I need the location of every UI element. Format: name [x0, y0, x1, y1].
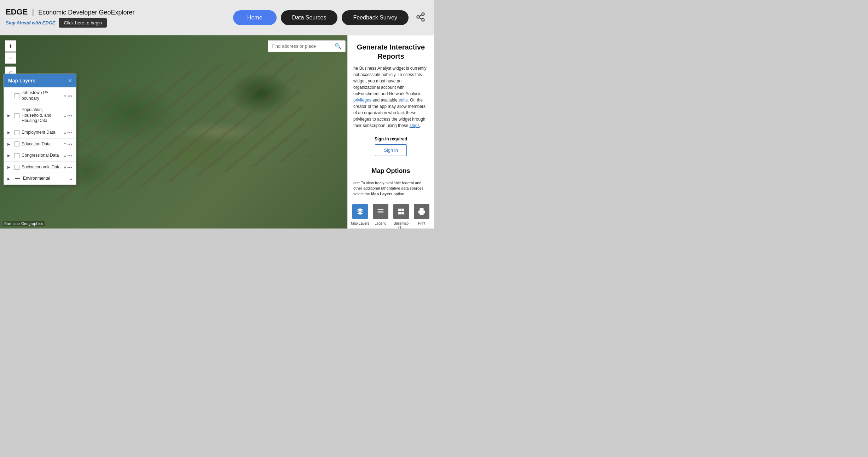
legend-icon	[373, 204, 388, 219]
layer-menu-icon[interactable]: ≡	[64, 154, 66, 158]
expand-arrow-icon[interactable]: ▶	[7, 114, 12, 117]
expand-arrow-icon[interactable]: ▶	[7, 142, 12, 146]
layer-label: Employment Data	[22, 130, 62, 135]
print-icon	[414, 204, 429, 219]
panel-title: Map Layers	[8, 78, 35, 83]
rp-link-credits[interactable]: edits	[399, 98, 407, 103]
layer-menu-icon[interactable]: ≡	[64, 94, 66, 98]
rp-link-privileges[interactable]: privileges	[353, 98, 371, 103]
app-header: EDGE | Economic Developer GeoExplorer St…	[0, 0, 434, 35]
svg-rect-7	[378, 213, 384, 213]
expand-arrow-icon[interactable]: ▶	[7, 177, 12, 181]
layer-label: Johnstown PA boundary	[22, 90, 62, 101]
list-item: ▶ Employment Data ≡ •••	[4, 127, 76, 139]
panel-close-button[interactable]: ×	[68, 77, 72, 84]
map-options-title: Map Options	[348, 162, 434, 180]
expand-arrow-icon[interactable]: ▶	[7, 154, 12, 157]
cta-button[interactable]: Click here to begin	[59, 18, 107, 28]
rp-body: he Business Analyst widget is currently …	[348, 65, 434, 133]
map-credit: Earthstar Geographics	[3, 221, 45, 226]
layer-label: Population, Household, and Housing Data	[22, 107, 62, 124]
search-button[interactable]: 🔍	[335, 43, 342, 50]
svg-line-4	[419, 15, 422, 17]
map-wrapper: Earthstar Geographics Powered by Esri + …	[0, 35, 434, 228]
panel-body: Johnstown PA boundary ≡ ••• ▶ Population…	[4, 87, 76, 185]
rp-text4: .	[419, 123, 421, 128]
svg-rect-5	[378, 209, 384, 210]
map-options-note: ote: To view freely available federal an…	[348, 180, 434, 201]
tagline-area: Stay Ahead with EDGE Click here to begin	[6, 18, 134, 28]
list-item: ▶ Environmental ≡	[4, 173, 76, 185]
rp-text2: and available	[371, 98, 399, 103]
print-label: Print	[418, 221, 426, 226]
map-layers-label: Map Layers	[351, 221, 369, 226]
layer-more-icon[interactable]: •••	[67, 114, 73, 118]
svg-rect-8	[398, 209, 401, 211]
list-item: ▶ Population, Household, and Housing Dat…	[4, 104, 76, 127]
share-button[interactable]	[413, 9, 428, 26]
layer-checkbox[interactable]	[15, 113, 19, 118]
svg-rect-11	[401, 212, 404, 214]
map-layers-panel: Map Layers × Johnstown PA boundary ≡ •••…	[4, 74, 76, 185]
nav-buttons: Home Data Sources Feedback Survey	[233, 9, 428, 26]
map-option-legend[interactable]: Legend	[371, 204, 390, 228]
map-option-basemap[interactable]: Basemap G...	[392, 204, 411, 228]
layer-checkbox[interactable]	[15, 141, 19, 146]
layer-more-icon[interactable]: •••	[67, 142, 73, 146]
layer-more-icon[interactable]: •••	[67, 154, 73, 158]
search-input[interactable]	[272, 44, 332, 49]
layer-label: Environmental	[23, 176, 68, 181]
rp-link-steps[interactable]: steps	[410, 123, 420, 128]
svg-rect-9	[401, 209, 404, 211]
svg-point-1	[417, 16, 419, 18]
layer-more-icon[interactable]: •••	[67, 94, 73, 98]
expand-arrow-icon[interactable]: ▶	[7, 131, 12, 134]
svg-line-3	[419, 18, 422, 19]
layer-checkbox[interactable]	[15, 130, 19, 135]
map-option-map-layers[interactable]: Map Layers	[351, 204, 370, 228]
right-panel: Generate Interactive Reports he Business…	[347, 35, 434, 228]
sign-in-button[interactable]: Sign in	[375, 144, 407, 156]
layer-menu-icon[interactable]: ≡	[70, 177, 73, 181]
search-box: 🔍	[268, 40, 346, 52]
tagline: Stay Ahead with EDGE	[6, 20, 55, 25]
map-layers-icon	[352, 204, 368, 219]
legend-label: Legend	[375, 221, 386, 226]
feedback-button[interactable]: Feedback Survey	[342, 10, 409, 25]
svg-point-2	[422, 19, 424, 21]
svg-rect-6	[378, 211, 384, 212]
home-button[interactable]: Home	[233, 10, 277, 25]
layer-menu-icon[interactable]: ≡	[64, 114, 66, 118]
logo-section: EDGE | Economic Developer GeoExplorer St…	[6, 7, 134, 28]
note-suffix: option.	[393, 192, 405, 196]
zoom-in-button[interactable]: +	[5, 40, 16, 52]
dash-icon	[15, 178, 20, 179]
data-sources-button[interactable]: Data Sources	[281, 10, 338, 25]
layer-checkbox[interactable]	[15, 93, 19, 98]
svg-point-0	[422, 13, 424, 15]
layer-checkbox[interactable]	[15, 153, 19, 158]
layer-more-icon[interactable]: •••	[67, 165, 73, 169]
layer-label: Congressional Data	[22, 153, 62, 158]
layer-checkbox[interactable]	[15, 165, 19, 170]
search-icon: 🔍	[335, 43, 342, 49]
zoom-out-button[interactable]: −	[5, 52, 16, 64]
rp-text1: he Business Analyst widget is currently …	[353, 66, 427, 96]
rp-title: Generate Interactive Reports	[348, 35, 434, 65]
list-item: ▶ Education Data ≡ •••	[4, 139, 76, 150]
sign-in-required-label: Sign-in required	[348, 137, 434, 141]
layer-more-icon[interactable]: •••	[67, 131, 73, 135]
layer-menu-icon[interactable]: ≡	[64, 131, 66, 135]
expand-arrow-icon[interactable]: ▶	[7, 165, 12, 169]
layer-label: Socioeconomic Data	[22, 164, 62, 170]
panel-header: Map Layers ×	[4, 74, 76, 87]
list-item: ▶ Congressional Data ≡ •••	[4, 150, 76, 162]
list-item: ▶ Socioeconomic Data ≡ •••	[4, 162, 76, 173]
map-option-print[interactable]: Print	[412, 204, 431, 228]
list-item: Johnstown PA boundary ≡ •••	[4, 87, 76, 104]
layer-menu-icon[interactable]: ≡	[64, 165, 66, 169]
layer-menu-icon[interactable]: ≡	[64, 142, 66, 146]
map-options-grid: Map Layers Legend Basemap G...	[348, 201, 434, 228]
basemap-icon	[393, 204, 409, 219]
note-bold: Map Layers	[371, 192, 393, 196]
